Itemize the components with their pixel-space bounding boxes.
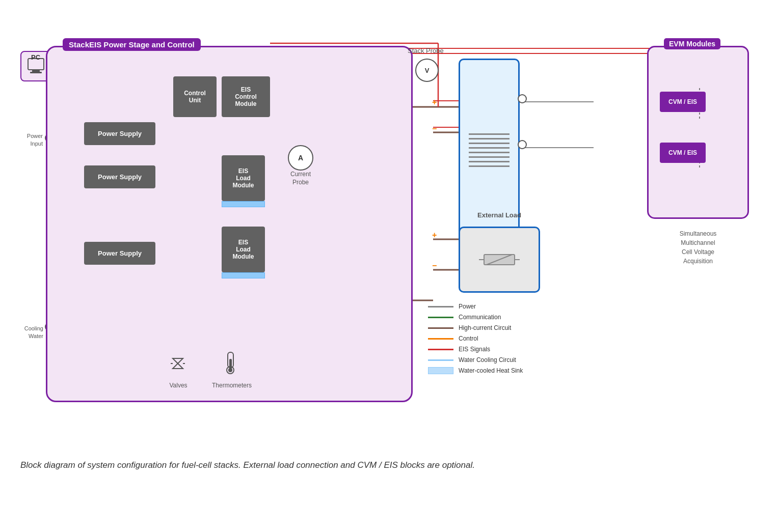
evm-box: EVM Modules [647,46,749,219]
power-supply-2: Power Supply [84,165,155,188]
voltmeter: V [415,59,439,82]
svg-marker-64 [173,363,183,369]
legend-hc-line [428,327,453,329]
diagram-area: + − + − PC PowerInput [10,15,767,438]
legend: Power Communication High-current Circuit… [428,303,571,378]
cell-lines [469,133,510,167]
caption: Block diagram of system configuration fo… [20,458,683,472]
stackeis-label: StackEIS Power Stage and Control [63,38,201,51]
h2fc-connector-1 [518,94,527,103]
legend-ctrl-text: Control [459,335,478,342]
legend-comm-text: Communication [459,314,501,321]
thermometers-symbol [222,351,239,374]
legend-hs-rect [428,367,453,374]
legend-eis-line [428,349,453,350]
legend-power-text: Power [459,303,476,310]
legend-high-current: High-current Circuit [428,324,571,331]
legend-control: Control [428,335,571,342]
legend-water-cooling: Water Cooling Circuit [428,356,571,363]
power-supply-3: Power Supply [84,242,155,265]
legend-power: Power [428,303,571,310]
svg-text:−: − [432,124,437,133]
current-probe-label: Current Probe [285,171,316,186]
cvm-eis-1: CVM / EIS [660,92,706,112]
cvm-eis-2: CVM / EIS [660,143,706,163]
ammeter: A [288,145,313,171]
valves-symbol [171,356,185,371]
svg-text:+: + [432,98,437,106]
power-input-label: PowerInput [17,132,43,148]
svg-text:−: − [432,261,437,270]
stack-probe-label: Stack Probe [408,47,444,54]
valves-label: Valves [166,382,191,389]
legend-hc-text: High-current Circuit [459,324,511,331]
heat-sink-1 [222,201,265,207]
legend-wc-text: Water Cooling Circuit [459,356,516,363]
svg-rect-56 [30,72,42,73]
legend-comm-line [428,317,453,318]
power-supply-1: Power Supply [84,122,155,145]
main-container: + − + − PC PowerInput [10,10,767,522]
legend-ctrl-line [428,338,453,340]
eis-load-module-1: EIS Load Module [222,155,265,201]
control-unit-box: Control Unit [173,76,217,117]
svg-point-70 [228,368,232,372]
svg-rect-55 [32,70,40,72]
eis-load-module-2: EIS Load Module [222,227,265,272]
h2fc-connector-2 [518,140,527,149]
legend-eis: EIS Signals [428,346,571,353]
legend-communication: Communication [428,314,571,321]
svg-marker-63 [173,358,183,363]
heat-sink-2 [222,272,265,278]
cooling-water-label: CoolingWater [15,325,43,341]
eis-control-box: EIS Control Module [222,76,270,117]
legend-wc-line [428,359,453,361]
legend-hs-text: Water-cooled Heat Sink [459,367,523,374]
legend-heat-sink: Water-cooled Heat Sink [428,367,571,374]
external-load-box [459,227,540,293]
legend-eis-text: EIS Signals [459,346,490,353]
thermometers-label: Thermometers [211,382,252,389]
svg-text:+: + [432,231,437,239]
external-load-label: External Load [459,211,540,219]
simultaneous-label: Simultaneous Multichannel Cell Voltage A… [647,229,749,266]
legend-power-line [428,306,453,307]
